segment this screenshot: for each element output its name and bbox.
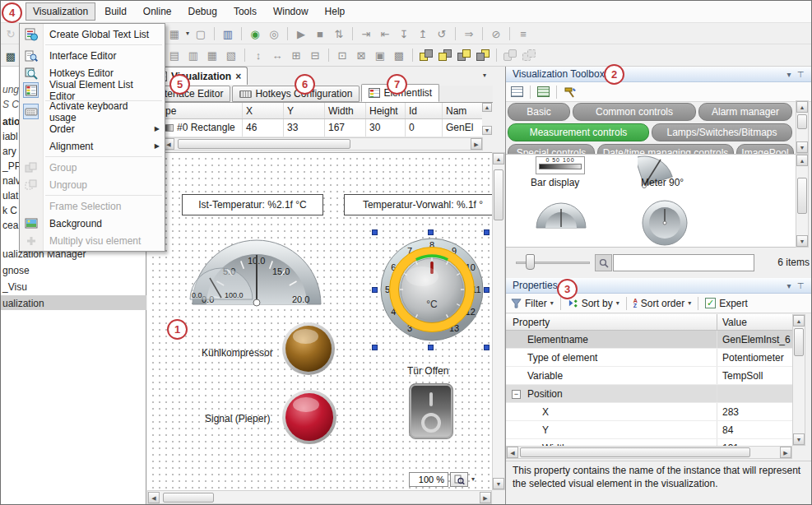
tree-item-visualization[interactable]: ualization bbox=[2, 298, 44, 309]
toolbox-search-input[interactable] bbox=[613, 254, 754, 271]
search-button[interactable] bbox=[595, 254, 612, 271]
property-row-variable[interactable]: VariableTempSoll bbox=[506, 367, 792, 385]
category-alarm-manager[interactable]: Alarm manager bbox=[698, 103, 792, 121]
tree-item[interactable]: k C bbox=[2, 205, 17, 216]
stop-button[interactable]: ■ bbox=[311, 25, 329, 42]
table-view-green-button[interactable] bbox=[537, 86, 550, 97]
pin-icon[interactable]: ⊤ bbox=[795, 281, 806, 290]
sort-order-dropdown-icon[interactable]: ▾ bbox=[688, 299, 691, 307]
tree-item[interactable]: ary bbox=[2, 146, 16, 157]
property-row-elementname[interactable]: ElementnameGenElemInst_6 bbox=[506, 331, 792, 349]
property-group-position[interactable]: − Position bbox=[506, 385, 792, 403]
tree-item-diagnose[interactable]: gnose bbox=[2, 265, 30, 276]
filter-dropdown-icon[interactable]: ▾ bbox=[550, 299, 554, 307]
grid-dropdown-icon[interactable]: ▾ bbox=[184, 25, 191, 42]
menuitem-ungroup[interactable]: Ungroup bbox=[20, 176, 165, 193]
scroll-thumb[interactable] bbox=[520, 447, 750, 457]
group-button[interactable] bbox=[503, 48, 517, 63]
elementlist-row[interactable]: ▶ #0 Rectangle 46 33 167 30 0 GenEl bbox=[147, 119, 482, 137]
meter-360-icon[interactable] bbox=[641, 199, 689, 247]
scroll-left-button[interactable]: ◀ bbox=[507, 447, 518, 458]
properties-hscrollbar[interactable]: ◀ ▶ bbox=[506, 446, 792, 459]
label-signal-pieper[interactable]: Signal (Pieper) bbox=[205, 413, 270, 424]
category-datetime-controls[interactable]: Date/time managing controls bbox=[597, 144, 734, 154]
align-bottom-button[interactable]: ⊞ bbox=[287, 47, 305, 63]
scroll-right-button[interactable]: ▶ bbox=[480, 492, 491, 503]
menuitem-activate-keyboard-usage[interactable]: Activate keyboard usage bbox=[20, 103, 165, 120]
label-tuer-offen[interactable]: Tür Offen bbox=[407, 365, 448, 377]
canvas-zoom-input[interactable] bbox=[409, 472, 448, 487]
menu-tools[interactable]: Tools bbox=[226, 2, 264, 21]
elementlist-scroll-down[interactable]: ▼ bbox=[482, 126, 492, 135]
selection-handle[interactable] bbox=[372, 229, 378, 235]
menuitem-background[interactable]: Background bbox=[20, 215, 165, 232]
scroll-left-button[interactable]: ◀ bbox=[148, 492, 160, 503]
ungroup-button[interactable] bbox=[522, 48, 536, 63]
menuitem-order[interactable]: Order ▶ bbox=[20, 120, 165, 137]
menuitem-interface-editor[interactable]: Interface Editor bbox=[20, 47, 165, 64]
filter-button[interactable]: Filter bbox=[525, 298, 547, 309]
align-right-button[interactable]: ▦ bbox=[203, 47, 221, 63]
lamp-kuehlkompressor[interactable] bbox=[282, 322, 335, 375]
item-meter-90[interactable]: Meter 90° bbox=[641, 177, 684, 188]
size-slider-thumb[interactable] bbox=[526, 254, 535, 270]
send-to-back-button[interactable] bbox=[476, 48, 490, 63]
selection-handle[interactable] bbox=[372, 345, 378, 350]
close-tab-icon[interactable]: × bbox=[235, 71, 241, 82]
align-center-button[interactable]: ▥ bbox=[184, 47, 202, 63]
zoom-magnifier-button[interactable] bbox=[450, 472, 468, 487]
tree-item[interactable]: S C bbox=[2, 99, 19, 110]
property-row-width[interactable]: Width131 bbox=[506, 439, 792, 446]
property-row-x[interactable]: X283 bbox=[506, 403, 792, 421]
menuitem-visual-element-list-editor[interactable]: Visual Element List Editor bbox=[20, 81, 165, 99]
properties-vscrollbar[interactable]: ▲ ▼ bbox=[792, 314, 805, 446]
category-imagepool[interactable]: ImagePool bbox=[736, 144, 794, 154]
tree-item[interactable]: ulat bbox=[2, 190, 18, 202]
next-statement-button[interactable]: ⇒ bbox=[460, 25, 478, 42]
same-height-button[interactable]: ⊠ bbox=[352, 47, 370, 63]
sort-by-dropdown-icon[interactable]: ▾ bbox=[616, 299, 619, 307]
align-top-button[interactable]: ↕ bbox=[249, 47, 267, 63]
toggle-breakpoint-button[interactable]: ⊘ bbox=[487, 25, 505, 42]
category-common-controls[interactable]: Common controls bbox=[573, 103, 696, 121]
selection-handle[interactable] bbox=[484, 287, 490, 293]
menuitem-create-global-text-list[interactable]: Create Global Text List bbox=[20, 25, 165, 43]
scroll-down-button[interactable]: ▼ bbox=[796, 141, 808, 153]
step-over-button[interactable]: ⇥ bbox=[357, 25, 375, 42]
snap-grid-button[interactable]: ▩ bbox=[390, 47, 408, 63]
scroll-up-button[interactable]: ▲ bbox=[796, 155, 808, 166]
tree-item[interactable]: cea bbox=[2, 220, 18, 231]
hammer-tool-icon[interactable] bbox=[564, 86, 577, 98]
scroll-down-button[interactable]: ▼ bbox=[796, 235, 808, 247]
selection-handle[interactable] bbox=[372, 287, 378, 293]
menu-window[interactable]: Window bbox=[266, 2, 316, 21]
selection-handle[interactable] bbox=[484, 229, 490, 235]
scroll-thumb[interactable] bbox=[794, 328, 804, 356]
align-justify-button[interactable]: ▧ bbox=[222, 47, 240, 63]
canvas-hscrollbar[interactable]: ◀ ▶ bbox=[147, 490, 492, 504]
categories-vscrollbar[interactable]: ▲ ▼ bbox=[796, 100, 809, 154]
col-y[interactable]: Y bbox=[284, 103, 325, 118]
scroll-up-button[interactable]: ▲ bbox=[493, 153, 504, 164]
align-middle-button[interactable]: ↔ bbox=[268, 47, 286, 63]
menu-build[interactable]: Build bbox=[97, 2, 134, 21]
sort-order-button[interactable]: Sort order bbox=[641, 298, 684, 309]
new-grid-button[interactable]: ▦ bbox=[165, 25, 183, 42]
expert-checkbox[interactable]: ✓ bbox=[705, 298, 716, 308]
label-kuehlkompressor[interactable]: Kühlkompressor bbox=[202, 347, 273, 359]
elementlist-hscrollbar[interactable]: ◀ ▶ bbox=[162, 137, 483, 151]
run-to-cursor-button[interactable]: ↥ bbox=[414, 25, 432, 42]
property-row-type[interactable]: Type of elementPotentiometer bbox=[506, 349, 792, 367]
build-button[interactable]: ▥ bbox=[219, 25, 237, 42]
start-button[interactable]: ▶ bbox=[292, 25, 310, 42]
meter-180-icon[interactable] bbox=[534, 201, 588, 230]
menuitem-group[interactable]: Group bbox=[20, 159, 165, 176]
tree-item[interactable]: ung bbox=[2, 84, 19, 95]
item-bar-display[interactable]: Bar display bbox=[531, 177, 579, 188]
selection-handle[interactable] bbox=[484, 345, 490, 350]
bring-forward-button[interactable] bbox=[419, 48, 434, 63]
reset-button[interactable]: ↺ bbox=[433, 25, 451, 42]
col-height[interactable]: Height bbox=[366, 103, 406, 118]
meter-small-widget[interactable]: 0.0 100.0 bbox=[185, 266, 259, 303]
col-value[interactable]: Value bbox=[722, 317, 747, 328]
